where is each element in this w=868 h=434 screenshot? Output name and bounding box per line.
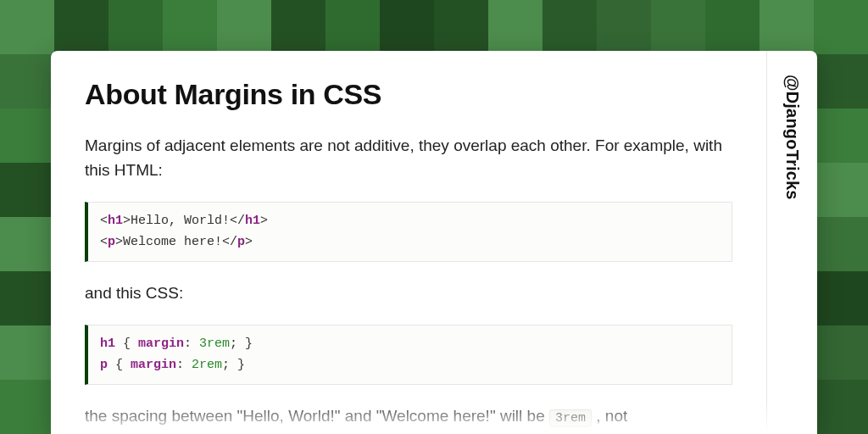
outro-text-post: , not — [592, 407, 627, 425]
outro-paragraph: the spacing between "Hello, World!" and … — [85, 403, 732, 428]
article-title: About Margins in CSS — [85, 78, 732, 111]
intro-paragraph: Margins of adjacent elements are not add… — [85, 133, 732, 183]
code-block-css: h1 { margin: 3rem; } p { margin: 2rem; } — [85, 325, 732, 386]
article-content: About Margins in CSS Margins of adjacent… — [51, 51, 766, 434]
inline-code-3rem: 3rem — [549, 409, 592, 427]
author-handle: @DjangoTricks — [782, 75, 802, 200]
article-card: About Margins in CSS Margins of adjacent… — [51, 51, 817, 434]
outro-text-pre: the spacing between "Hello, World!" and … — [85, 407, 549, 425]
sidebar: @DjangoTricks — [766, 51, 817, 434]
code-block-html: <h1>Hello, World!</h1> <p>Welcome here!<… — [85, 202, 732, 263]
mid-paragraph: and this CSS: — [85, 281, 732, 305]
